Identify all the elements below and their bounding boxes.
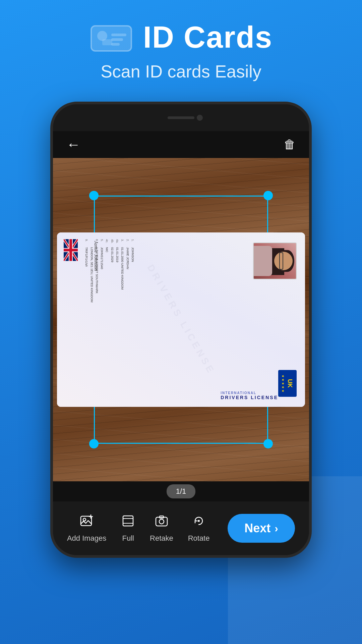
- corner-handle-tl[interactable]: [89, 191, 99, 200]
- corner-handle-tr[interactable]: [263, 191, 273, 200]
- page-title: ID Cards: [143, 20, 273, 55]
- id-card-scan-area: DRIVERS LICENSE UK ★ ★ ★ ★ ★: [94, 196, 268, 444]
- back-button[interactable]: ←: [66, 137, 80, 153]
- phone-mockup: ← 🗑: [50, 102, 312, 558]
- card-photo: [253, 243, 297, 279]
- phone-notch: [141, 111, 221, 124]
- retake-button[interactable]: Retake: [150, 514, 173, 543]
- card-field-1: 1.JOHNSON: [130, 239, 135, 370]
- camera-view: DRIVERS LICENSE UK ★ ★ ★ ★ ★: [53, 158, 309, 481]
- eu-uk-text: UK: [287, 379, 294, 388]
- header-top: ID Cards: [89, 20, 273, 55]
- page-subtitle: Scan ID cards Easily: [101, 61, 261, 82]
- id-card-icon: [89, 21, 133, 54]
- retake-icon: [155, 514, 169, 531]
- eu-star: ★: [282, 375, 285, 378]
- next-chevron-icon: ›: [275, 522, 278, 535]
- page-counter-pill: 1/1: [167, 484, 196, 498]
- add-images-label: Add Images: [67, 534, 106, 543]
- svg-point-8: [83, 518, 86, 521]
- svg-rect-4: [111, 38, 123, 41]
- card-field-5: 5.JOHNS1711540: [99, 239, 104, 370]
- eu-star: ★: [282, 382, 285, 385]
- svg-rect-7: [81, 516, 92, 526]
- phone-speaker: [168, 116, 194, 119]
- eu-badge: UK ★ ★ ★ ★ ★: [278, 370, 297, 397]
- eu-stars: ★ ★ ★ ★ ★: [282, 375, 285, 392]
- eu-star: ★: [282, 389, 285, 392]
- full-label: Full: [122, 534, 134, 543]
- full-icon: [121, 514, 135, 531]
- svg-rect-11: [123, 516, 133, 526]
- svg-point-15: [159, 519, 164, 524]
- phone-body: ← 🗑: [50, 102, 312, 558]
- card-field-9: 9.TR/F1/F1r1/s/r: [84, 239, 89, 370]
- retake-label: Retake: [150, 534, 173, 543]
- corner-handle-bl[interactable]: [89, 439, 99, 448]
- add-images-icon: [80, 514, 94, 531]
- person-face: [274, 252, 293, 270]
- phone-camera: [197, 115, 203, 121]
- trash-button[interactable]: 🗑: [284, 138, 296, 152]
- card-watermark: DRIVERS LICENSE: [145, 263, 217, 377]
- uk-flag-icon: [64, 239, 78, 261]
- corner-handle-br[interactable]: [263, 439, 273, 448]
- svg-rect-2: [102, 39, 112, 45]
- header: ID Cards Scan ID cards Easily: [0, 0, 362, 82]
- page-counter-area: 1/1: [53, 481, 309, 501]
- add-images-button[interactable]: Add Images: [67, 514, 106, 543]
- next-button[interactable]: Next ›: [228, 514, 295, 543]
- card-field-4c: 4c.NIC: [104, 239, 109, 370]
- screen-topbar: ← 🗑: [53, 131, 309, 158]
- id-card-inner: DRIVERS LICENSE UK ★ ★ ★ ★ ★: [57, 232, 305, 407]
- phone-notch-area: [53, 104, 309, 131]
- person-glasses: [279, 252, 283, 270]
- rotate-icon: [192, 514, 206, 531]
- card-drivers-license: DRIVERS LICENSE: [221, 395, 278, 400]
- card-field-3: 3.01.01.2000 UNITED KINGDOM: [120, 239, 125, 370]
- next-label: Next: [244, 521, 270, 535]
- rotate-button[interactable]: Rotate: [188, 514, 210, 543]
- card-field-4a: 4a.01.01.2019: [115, 239, 120, 370]
- svg-rect-0: [91, 26, 131, 51]
- svg-rect-5: [111, 43, 120, 46]
- eu-star: ★: [282, 386, 285, 389]
- card-international-label: INTERNATIONAL: [221, 391, 277, 395]
- full-button[interactable]: Full: [121, 514, 135, 543]
- rotate-label: Rotate: [188, 534, 210, 543]
- id-card: DRIVERS LICENSE UK ★ ★ ★ ★ ★: [57, 232, 305, 407]
- eu-star: ★: [282, 378, 285, 381]
- bottom-toolbar: Add Images Full: [53, 501, 309, 555]
- card-field-4b: 4b.02.01.2029: [109, 239, 114, 370]
- person-body: [254, 246, 272, 276]
- card-signature: Jamie Johnson: [93, 241, 99, 271]
- svg-rect-3: [111, 34, 126, 36]
- card-field-2: 2.JAMIE JCRDAN: [125, 239, 130, 370]
- screen: ← 🗑: [53, 131, 309, 555]
- card-license-title: INTERNATIONAL DRIVERS LICENSE: [221, 391, 278, 400]
- card-fields-area: 1.JOHNSON 2.JAMIE JCRDAN 3.01.01.2000 UN…: [84, 239, 135, 370]
- svg-point-17: [198, 520, 200, 522]
